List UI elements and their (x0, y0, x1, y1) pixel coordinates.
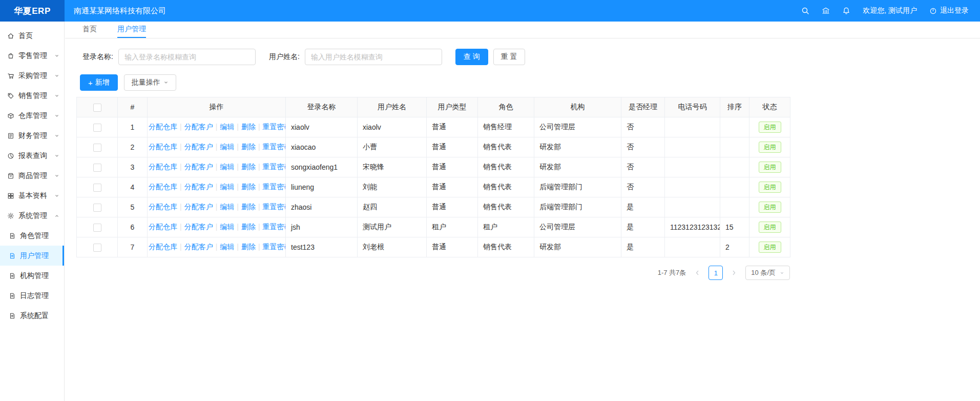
sidebar-item-9[interactable]: 基本资料 (0, 186, 64, 206)
tabs-bar: 首页 用户管理 (65, 22, 980, 38)
row-action-link[interactable]: 分配仓库 (149, 243, 177, 251)
sidebar-subitem-4[interactable]: 日志管理 (0, 286, 64, 306)
batch-operations-button[interactable]: 批量操作 (124, 74, 176, 91)
row-checkbox[interactable] (93, 124, 101, 132)
welcome-text[interactable]: 欢迎您, 测试用户 (863, 6, 917, 15)
sidebar-subitem-5[interactable]: 系统配置 (0, 306, 64, 326)
row-action-link[interactable]: 编辑 (220, 123, 234, 131)
cell-login-name: songxiaofeng1 (286, 157, 358, 177)
row-action-link[interactable]: 分配客户 (184, 163, 213, 171)
row-action-link[interactable]: 编辑 (220, 243, 234, 251)
row-action-link[interactable]: 分配客户 (184, 123, 213, 131)
cell-user-type: 普通 (427, 177, 478, 197)
row-action-link[interactable]: 分配仓库 (149, 183, 177, 191)
row-action-link[interactable]: 删除 (241, 163, 256, 171)
sidebar-item-label: 销售管理 (18, 91, 47, 101)
current-page-button[interactable]: 1 (708, 266, 723, 280)
row-action-link[interactable]: 重置密码 (263, 143, 286, 151)
prev-page-button[interactable] (691, 266, 703, 279)
sidebar-item-2[interactable]: 零售管理 (0, 46, 64, 66)
bank-icon[interactable] (822, 7, 830, 15)
bell-icon[interactable] (842, 7, 850, 15)
tab-user-management[interactable]: 用户管理 (117, 22, 146, 38)
row-checkbox[interactable] (93, 244, 101, 252)
next-page-button[interactable] (728, 266, 740, 279)
search-button[interactable]: 查 询 (455, 49, 488, 65)
row-action-link[interactable]: 编辑 (220, 143, 234, 151)
cell-organization: 研发部 (534, 137, 621, 157)
sidebar-item-4[interactable]: 销售管理 (0, 86, 64, 106)
row-action-link[interactable]: 删除 (241, 203, 256, 211)
sidebar-item-label: 采购管理 (18, 71, 47, 81)
cell-login-name: test123 (286, 237, 358, 257)
sidebar-subitem-label: 日志管理 (20, 291, 49, 300)
cell-index: 6 (118, 217, 148, 237)
cell-phone (665, 237, 720, 257)
action-separator: | (180, 183, 182, 191)
row-action-link[interactable]: 编辑 (220, 183, 234, 191)
row-action-link[interactable]: 重置密码 (263, 203, 286, 211)
row-checkbox[interactable] (93, 184, 101, 192)
row-action-link[interactable]: 重置密码 (263, 223, 286, 231)
add-button[interactable]: + 新增 (80, 74, 118, 91)
row-action-link[interactable]: 分配客户 (184, 183, 213, 191)
row-action-link[interactable]: 重置密码 (263, 183, 286, 191)
sidebar-subitem-1[interactable]: 角色管理 (0, 226, 64, 246)
row-action-link[interactable]: 编辑 (220, 163, 234, 171)
sidebar-subitem-2[interactable]: 用户管理 (0, 246, 64, 266)
row-action-link[interactable]: 分配仓库 (149, 143, 177, 151)
login-name-input[interactable] (118, 49, 256, 65)
app-logo[interactable]: 华夏ERP (0, 0, 65, 22)
row-checkbox[interactable] (93, 204, 101, 212)
row-action-link[interactable]: 删除 (241, 243, 256, 251)
cell-index: 3 (118, 157, 148, 177)
row-action-link[interactable]: 编辑 (220, 223, 234, 231)
sidebar-item-6[interactable]: 财务管理 (0, 126, 64, 146)
page-size-select[interactable]: 10 条/页 (745, 266, 790, 280)
cell-organization: 后端管理部门 (534, 197, 621, 217)
row-action-link[interactable]: 删除 (241, 223, 256, 231)
sidebar-item-8[interactable]: 商品管理 (0, 166, 64, 186)
warehouse-icon (7, 112, 14, 119)
action-separator: | (180, 243, 182, 251)
row-checkbox[interactable] (93, 164, 101, 172)
sidebar-item-1[interactable]: 首页 (0, 26, 64, 46)
cell-login-name: zhaosi (286, 197, 358, 217)
cell-sort (720, 177, 749, 197)
cell-is-manager: 是 (621, 237, 665, 257)
row-action-link[interactable]: 分配仓库 (149, 203, 177, 211)
cell-actions: 分配仓库|分配客户|编辑|删除|重置密码 (148, 177, 286, 197)
row-checkbox[interactable] (93, 144, 101, 152)
row-action-link[interactable]: 重置密码 (263, 163, 286, 171)
action-separator: | (237, 243, 239, 251)
row-checkbox[interactable] (93, 224, 101, 232)
sidebar-subitem-3[interactable]: 机构管理 (0, 266, 64, 286)
row-action-link[interactable]: 删除 (241, 123, 256, 131)
row-action-link[interactable]: 分配客户 (184, 243, 213, 251)
logout-button[interactable]: 退出登录 (929, 6, 969, 15)
user-name-input[interactable] (305, 49, 442, 65)
row-action-link[interactable]: 分配仓库 (149, 123, 177, 131)
row-action-link[interactable]: 分配客户 (184, 223, 213, 231)
row-action-link[interactable]: 分配仓库 (149, 223, 177, 231)
sidebar-item-3[interactable]: 采购管理 (0, 66, 64, 86)
row-action-link[interactable]: 编辑 (220, 203, 234, 211)
row-action-link[interactable]: 重置密码 (263, 123, 286, 131)
row-action-link[interactable]: 分配仓库 (149, 163, 177, 171)
select-all-checkbox[interactable] (93, 104, 101, 112)
add-button-label: 新增 (95, 78, 110, 87)
sidebar-item-5[interactable]: 仓库管理 (0, 106, 64, 126)
cell-user-name: 赵四 (358, 197, 427, 217)
search-icon[interactable] (801, 7, 809, 15)
row-action-link[interactable]: 删除 (241, 183, 256, 191)
row-action-link[interactable]: 分配客户 (184, 203, 213, 211)
tab-home[interactable]: 首页 (82, 22, 97, 38)
row-action-link[interactable]: 分配客户 (184, 143, 213, 151)
sidebar-item-7[interactable]: 报表查询 (0, 146, 64, 166)
sidebar-item-10[interactable]: 系统管理 (0, 206, 64, 226)
table-header-row: #操作登录名称用户姓名用户类型角色机构是否经理电话号码排序状态 (77, 97, 790, 117)
row-action-link[interactable]: 重置密码 (263, 243, 286, 251)
action-separator: | (237, 143, 239, 151)
row-action-link[interactable]: 删除 (241, 143, 256, 151)
reset-button[interactable]: 重 置 (493, 49, 525, 65)
